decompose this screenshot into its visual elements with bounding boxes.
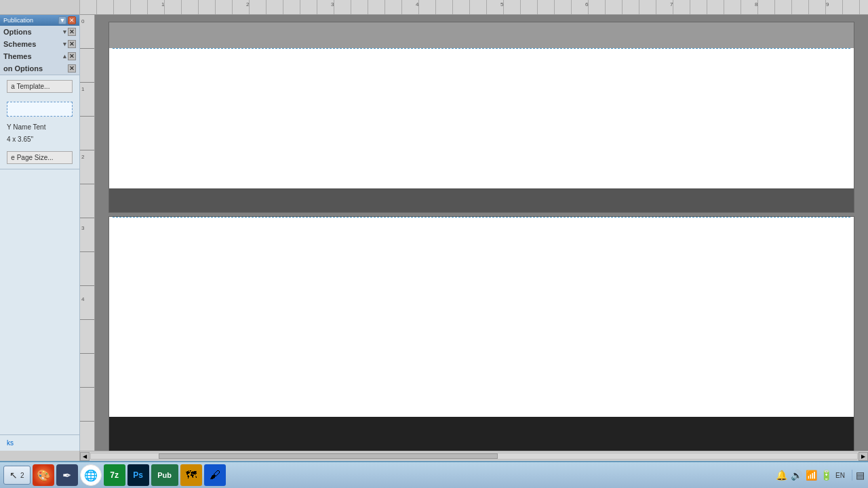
taskbar-icon-photoshop[interactable]: Ps xyxy=(127,464,149,486)
ruler-corner xyxy=(0,0,80,15)
scrollbar-row: ◀ ▶ xyxy=(0,451,868,461)
sidebar-bottom: ks xyxy=(0,434,79,451)
ruler-num-9: 9 xyxy=(826,1,829,7)
scroll-track xyxy=(90,453,858,460)
sidebar: Publication ▼ ✕ Options ▾ ✕ Schemes ▾ xyxy=(0,15,80,451)
ruler-horizontal: 1 2 3 4 5 6 7 8 9 xyxy=(80,0,868,15)
panel-minimize-button[interactable]: ▼ xyxy=(58,16,66,24)
scroll-right-button[interactable]: ▶ xyxy=(859,452,868,461)
scrollbar-corner xyxy=(0,451,80,461)
themes-arrow: ▴ xyxy=(63,53,66,60)
product-name: Y Name Tent xyxy=(3,121,76,134)
taskbar-apps: 🎨 ✒ 🌐 7z Ps Pub 🗺 🖌 xyxy=(33,464,226,486)
panel-title-bar: Publication ▼ ✕ xyxy=(0,15,79,26)
sidebar-section-themes[interactable]: Themes ▴ ✕ xyxy=(0,50,79,62)
tray-icon-volume[interactable]: 🔊 xyxy=(791,470,802,481)
schemes-arrow: ▾ xyxy=(63,41,66,47)
taskbar: ↖ 2 🎨 ✒ 🌐 7z Ps Pub 🗺 xyxy=(0,461,868,488)
active-task-number: 2 xyxy=(20,472,24,479)
options-label: Options xyxy=(3,28,32,36)
ruler-num-5: 5 xyxy=(500,1,503,7)
chrome-icon: 🌐 xyxy=(84,469,98,482)
taskbar-icon-publisher[interactable]: Pub xyxy=(151,464,178,486)
ruler-v-num-2: 2 xyxy=(81,154,84,160)
show-desktop-icon[interactable]: ▤ xyxy=(852,470,865,481)
page-1-header xyxy=(109,22,854,48)
insertion-options-header: on Options ✕ xyxy=(0,62,79,75)
bottom-link[interactable]: ks xyxy=(3,438,76,448)
taskbar-icon-7zip[interactable]: 7z xyxy=(104,464,125,486)
taskbar-icon-paint[interactable]: 🖌 xyxy=(204,464,226,486)
options-arrow: ▾ xyxy=(63,28,66,35)
ruler-num-4: 4 xyxy=(416,1,418,7)
ruler-vertical: 0 1 2 3 4 xyxy=(80,15,95,451)
tray-icon-keyboard: EN xyxy=(835,472,845,479)
ruler-v-num-0: 0 xyxy=(81,18,84,24)
insertion-options-content: a Template... Y Name Tent 4 x 3.65" e Pa… xyxy=(0,75,79,169)
ruler-num-3: 3 xyxy=(331,1,334,7)
ruler-v-num-3: 3 xyxy=(81,225,84,231)
tray-icon-wifi[interactable]: 📶 xyxy=(806,470,817,481)
maps-icon: 🗺 xyxy=(186,469,197,481)
pages-container xyxy=(95,15,868,451)
ruler-num-1: 1 xyxy=(161,1,164,7)
active-task-button[interactable]: ↖ 2 xyxy=(3,466,31,485)
ruler-num-8: 8 xyxy=(755,1,757,7)
options-close[interactable]: ✕ xyxy=(68,28,76,36)
sidebar-section-options[interactable]: Options ▾ ✕ xyxy=(0,26,79,38)
panel-title-text: Publication xyxy=(3,17,33,24)
scroll-thumb[interactable] xyxy=(159,453,498,459)
app-container: 1 2 3 4 5 6 7 8 9 Publication ▼ ✕ O xyxy=(0,0,868,488)
7zip-icon: 7z xyxy=(110,470,119,480)
scroll-left-button[interactable]: ◀ xyxy=(80,452,90,461)
ruler-v-num-4: 4 xyxy=(81,296,84,302)
taskbar-icon-maps[interactable]: 🗺 xyxy=(180,464,202,486)
sidebar-spacer xyxy=(0,169,79,434)
template-name-input[interactable] xyxy=(7,102,72,117)
panel-close-button[interactable]: ✕ xyxy=(68,16,76,24)
ruler-num-7: 7 xyxy=(670,1,673,7)
themes-label: Themes xyxy=(3,52,32,60)
ruler-num-2: 2 xyxy=(246,1,249,7)
page-2-footer xyxy=(109,417,854,451)
photoshop-icon: Ps xyxy=(133,470,143,480)
h-scrollbar[interactable]: ◀ ▶ xyxy=(80,451,868,461)
paint-icon: 🖌 xyxy=(210,469,220,481)
top-ruler-row: 1 2 3 4 5 6 7 8 9 xyxy=(0,0,868,15)
product-size: 4 x 3.65" xyxy=(3,134,76,146)
taskbar-icon-chrome[interactable]: 🌐 xyxy=(80,464,102,486)
sidebar-section-schemes[interactable]: Schemes ▾ ✕ xyxy=(0,38,79,50)
app2-icon: ✒ xyxy=(62,469,71,482)
taskbar-icon-start[interactable]: 🎨 xyxy=(33,464,54,486)
insertion-options-close[interactable]: ✕ xyxy=(68,64,76,73)
ruler-num-6: 6 xyxy=(585,1,588,7)
schemes-close[interactable]: ✕ xyxy=(68,40,76,48)
page-2-content-top xyxy=(109,217,854,417)
tray-icon-network[interactable]: 🔔 xyxy=(776,470,787,481)
page-2 xyxy=(108,216,854,451)
start-icon: 🎨 xyxy=(37,469,50,482)
tray-icon-battery[interactable]: 🔋 xyxy=(821,470,832,481)
change-page-size-button[interactable]: e Page Size... xyxy=(7,151,72,164)
page-1-content xyxy=(109,48,854,212)
task-cursor-icon: ↖ xyxy=(9,470,18,481)
insertion-options-title: on Options xyxy=(3,64,43,73)
taskbar-tray: 🔔 🔊 📶 🔋 EN ▤ xyxy=(776,470,865,481)
themes-close[interactable]: ✕ xyxy=(68,52,76,60)
main-content: Publication ▼ ✕ Options ▾ ✕ Schemes ▾ xyxy=(0,15,868,451)
page-1 xyxy=(108,22,854,213)
page-1-dashed-line-top xyxy=(113,48,850,49)
publisher-icon: Pub xyxy=(157,471,172,479)
insertion-options-panel: on Options ✕ a Template... Y Name Tent 4… xyxy=(0,62,79,169)
taskbar-icon-app2[interactable]: ✒ xyxy=(56,464,78,486)
canvas-area: 0 1 2 3 4 xyxy=(80,15,868,451)
page-2-dashed-line xyxy=(113,217,850,218)
schemes-label: Schemes xyxy=(3,40,36,48)
page-1-footer xyxy=(109,188,854,212)
ruler-v-num-1: 1 xyxy=(81,86,84,92)
create-template-button[interactable]: a Template... xyxy=(7,80,72,93)
